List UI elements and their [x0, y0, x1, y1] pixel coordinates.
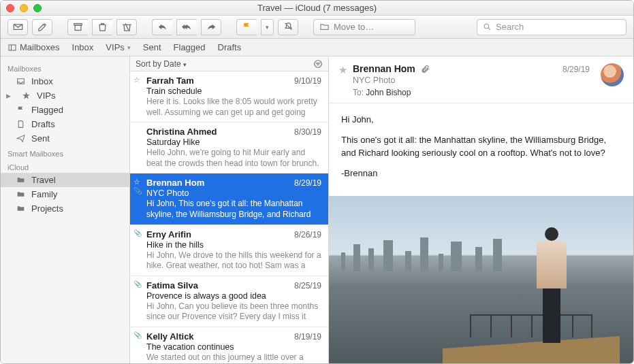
attachment-icon: 📎 — [133, 187, 142, 195]
sidebar-item-label: VIPs — [37, 90, 55, 101]
vip-star-icon[interactable]: ★ — [338, 64, 347, 76]
message-sender: Erny Arifin — [146, 229, 191, 239]
favorites-bar: Mailboxes Inbox VIPs▾ Sent Flagged Draft… — [1, 39, 633, 56]
sidebar-section-smart: Smart Mailboxes — [1, 146, 129, 159]
search-field[interactable]: Search — [477, 19, 627, 35]
body-signature: -Brennan — [341, 167, 621, 180]
sidebar-item-inbox[interactable]: Inbox — [1, 74, 129, 88]
favorites-vips[interactable]: VIPs▾ — [106, 42, 130, 52]
forward-button[interactable] — [201, 19, 221, 35]
folder-icon — [16, 176, 26, 184]
attachment-icon: 📎 — [133, 229, 142, 237]
message-sender: Brennan Hom — [353, 63, 415, 74]
move-to-label: Move to… — [334, 22, 374, 32]
attachment-icon: 📎 — [133, 280, 142, 288]
message-list-item[interactable]: 📎Erny Arifin8/26/19Hike in the hillsHi J… — [130, 225, 328, 276]
sidebar-item-drafts[interactable]: Drafts — [1, 117, 129, 131]
message-subject: NYC Photo — [353, 76, 557, 85]
flag-button[interactable] — [236, 19, 257, 35]
title-bar: Travel — iCloud (7 messages) — [1, 1, 633, 16]
sidebar-item-flagged[interactable]: Flagged — [1, 103, 129, 117]
move-folder-icon — [319, 22, 330, 32]
archive-button[interactable] — [67, 19, 88, 35]
sidebar-item-label: Travel — [31, 175, 56, 185]
sort-bar[interactable]: Sort by Date ▾ — [130, 56, 328, 71]
message-sender: Christina Ahmed — [146, 127, 217, 137]
sidebar-item-label: Sent — [31, 133, 50, 144]
get-mail-button[interactable] — [7, 19, 28, 35]
search-icon — [483, 22, 492, 31]
mail-window: Travel — iCloud (7 messages) ▾ Move to… … — [0, 0, 634, 364]
to-recipient: John Bishop — [366, 88, 411, 97]
favorites-inbox[interactable]: Inbox — [72, 42, 94, 52]
close-window-button[interactable] — [6, 4, 14, 12]
favorites-sent[interactable]: Sent — [143, 42, 161, 52]
message-preview: Hi John, Can you believe its been three … — [146, 301, 321, 322]
chevron-down-icon: ▾ — [183, 61, 187, 68]
message-list-item[interactable]: ☆📎Brennan Hom8/29/19NYC PhotoHi John, Th… — [130, 173, 328, 225]
star-icon: ☆ — [133, 178, 142, 186]
message-header: ★ Brennan Hom NYC Photo To: John Bishop … — [329, 56, 633, 103]
body-greeting: Hi John, — [341, 113, 621, 127]
favorites-flagged[interactable]: Flagged — [174, 42, 206, 52]
message-sender: Brennan Hom — [146, 178, 204, 188]
sidebar-item-family[interactable]: Family — [1, 187, 129, 201]
message-sender: Fatima Silva — [146, 280, 198, 291]
favorites-drafts[interactable]: Drafts — [218, 42, 242, 52]
message-indicators: 📎 — [133, 331, 142, 339]
filter-icon[interactable] — [313, 59, 323, 69]
sender-avatar[interactable] — [601, 63, 624, 86]
svg-rect-3 — [9, 45, 16, 50]
attachment-icon — [421, 65, 430, 73]
message-subject: The vacation continues — [146, 342, 321, 352]
main-area: Mailboxes Inbox ▶ VIPs Flagged Drafts Se… — [1, 56, 633, 363]
delete-button[interactable] — [92, 19, 112, 35]
reply-all-button[interactable] — [176, 19, 197, 35]
sidebar-item-vips[interactable]: ▶ VIPs — [1, 88, 129, 103]
favorites-mailboxes-button[interactable]: Mailboxes — [7, 42, 60, 52]
attached-photo[interactable] — [329, 196, 633, 363]
reply-button[interactable] — [152, 19, 172, 35]
flag-menu-button[interactable]: ▾ — [261, 19, 274, 35]
minimize-window-button[interactable] — [20, 4, 28, 12]
message-indicators: 📎 — [133, 280, 142, 288]
message-body: Hi John, This one's got it all: the Manh… — [329, 103, 633, 196]
svg-point-2 — [484, 24, 489, 29]
svg-point-5 — [315, 60, 322, 67]
message-subject: Hike in the hills — [146, 240, 321, 250]
attachment-icon: 📎 — [133, 331, 142, 339]
compose-button[interactable] — [32, 19, 52, 35]
sidebar-item-travel[interactable]: Travel — [1, 173, 129, 187]
svg-rect-1 — [75, 25, 81, 31]
sidebar-item-label: Flagged — [31, 105, 63, 115]
message-list-item[interactable]: 📎Fatima Silva8/25/19Provence is always a… — [130, 276, 328, 327]
zoom-window-button[interactable] — [33, 4, 42, 12]
message-list: Sort by Date ▾ ☆Farrah Tam9/10/19Train s… — [130, 56, 329, 363]
message-list-item[interactable]: Christina Ahmed8/30/19Saturday HikeHello… — [130, 122, 328, 173]
message-list-item[interactable]: ☆Farrah Tam9/10/19Train scheduleHere it … — [130, 71, 328, 122]
disclosure-triangle-icon[interactable]: ▶ — [6, 93, 12, 99]
reading-pane: ★ Brennan Hom NYC Photo To: John Bishop … — [329, 56, 633, 363]
sidebar-item-sent[interactable]: Sent — [1, 131, 129, 146]
message-preview: Here it is. Looks like the 8:05 would wo… — [146, 97, 321, 118]
paper-plane-icon — [16, 134, 26, 143]
message-date: 8/19/19 — [294, 332, 321, 342]
folder-icon — [16, 190, 26, 199]
message-date: 8/29/19 — [294, 178, 321, 188]
sidebar-item-projects[interactable]: Projects — [1, 201, 129, 216]
message-subject: Saturday Hike — [146, 137, 321, 147]
mute-button[interactable] — [278, 19, 298, 35]
sidebar-item-label: Family — [31, 189, 57, 199]
junk-button[interactable] — [116, 19, 137, 35]
sidebar: Mailboxes Inbox ▶ VIPs Flagged Drafts Se… — [1, 56, 130, 363]
chevron-down-icon: ▾ — [127, 44, 131, 51]
message-subject: NYC Photo — [146, 188, 321, 198]
message-subject: Provence is always a good idea — [146, 291, 321, 301]
move-to-menu[interactable]: Move to… — [313, 19, 415, 35]
message-list-item[interactable]: 📎Kelly Altick8/19/19The vacation continu… — [130, 327, 328, 363]
message-date: 8/25/19 — [294, 281, 321, 291]
message-subject: Train schedule — [146, 86, 321, 96]
document-icon — [16, 120, 26, 129]
message-date: 8/29/19 — [562, 65, 590, 74]
message-sender: Kelly Altick — [146, 331, 194, 342]
